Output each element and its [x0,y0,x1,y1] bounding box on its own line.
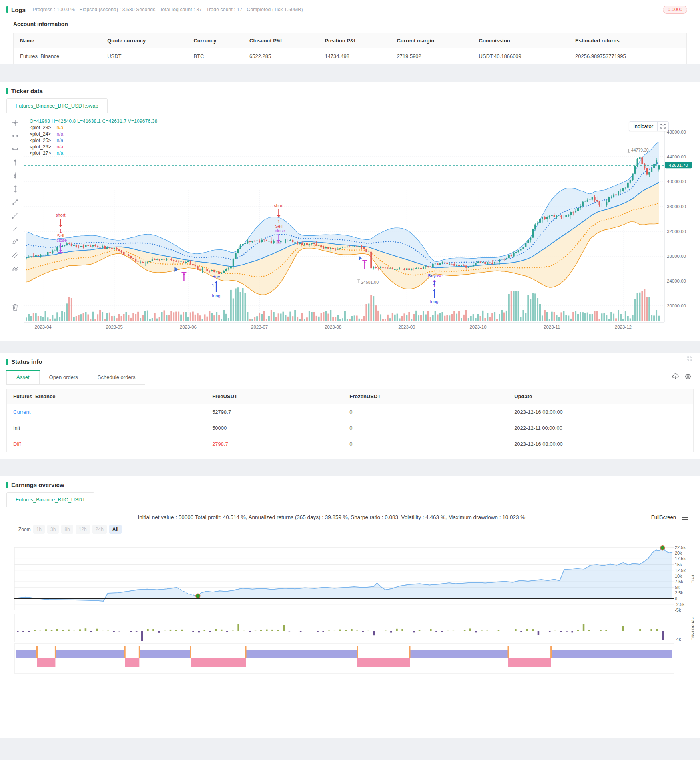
dot-line-icon[interactable] [11,132,20,140]
ohlc-values: O=41968 H=42640.8 L=41638.1 C=42631.7 V=… [30,118,158,124]
table-cell[interactable]: Current [7,404,206,420]
account-information-table: NameQuote currencyCurrencyCloseout P&LPo… [13,33,687,64]
vertical-line-icon[interactable] [11,158,20,166]
table-cell: 20256.989753771995 [569,48,686,64]
svg-text:2023-09: 2023-09 [398,325,415,329]
table-cell: Diff [7,436,206,452]
table-cell: 2022-12-11 00:00:00 [508,420,693,436]
svg-text:short: short [56,213,65,217]
log-count-badge[interactable]: 0.0000 [663,6,687,14]
zoom-option-3h[interactable]: 3h [47,525,59,534]
account-information-title: Account information [0,14,700,27]
indicator-button-label[interactable]: Indicator [629,122,657,131]
table-cell: USDT:40.1866009 [473,48,569,64]
svg-text:close: close [56,238,67,243]
svg-text:1: 1 [277,219,280,224]
svg-text:close: close [275,228,285,233]
trend-line-icon[interactable] [11,198,20,206]
short-line-icon[interactable] [11,225,20,233]
table-cell: 14734.498 [318,48,390,64]
plot-legend-row: <plot_25>n/a [30,137,158,144]
svg-text:12.5k: 12.5k [675,568,686,573]
ticker-chart[interactable]: 48000.0044000.0040000.0036000.0032000.00… [6,116,694,335]
svg-text:1: 1 [59,229,62,233]
pattern-icon[interactable] [11,264,20,272]
column-header: Commission [473,33,569,48]
earnings-symbol-tab[interactable]: Futures_Binance_BTC_USDT [6,492,94,507]
plot-legend-row: <plot_26>n/a [30,144,158,150]
earnings-chart[interactable]: 22.5k20k17.5k15k12.5k10k7.5k5k2.5k0-2.5k… [6,535,694,736]
svg-text:2023-05: 2023-05 [106,325,123,329]
ray-line-icon[interactable] [11,145,20,153]
zoom-option-12h[interactable]: 12h [76,525,90,534]
parallel-channel-icon[interactable] [11,251,20,259]
svg-text:0: 0 [675,596,677,601]
status-tab-schedule-orders[interactable]: Schedule orders [88,370,146,385]
svg-text:5k: 5k [675,585,680,590]
column-header: Current margin [390,33,472,48]
table-row: Futures_BinanceUSDTBTC6522.28514734.4982… [14,48,687,64]
angle-line-icon[interactable] [11,211,20,219]
svg-text:-5k: -5k [675,608,681,612]
plot-legend-row: <plot_23>n/a [30,124,158,131]
section-accent-bar [6,88,8,94]
table-cell: 6522.285 [243,48,318,64]
asset-table: Futures_BinanceFreeUSDTFrozenUSDTUpdateC… [6,389,694,452]
svg-text:17.5k: 17.5k [675,556,686,561]
svg-text:20000.00: 20000.00 [667,303,686,308]
numbers-icon[interactable] [11,238,20,246]
table-cell: Init [7,420,206,436]
table-header-row: Futures_BinanceFreeUSDTFrozenUSDTUpdate [7,389,694,404]
earnings-overview-title: Earnings overview [11,481,64,488]
table-cell: Futures_Binance [14,48,101,64]
download-icon[interactable] [672,373,679,381]
table-cell: 52798.7 [206,404,343,420]
svg-text:20k: 20k [675,551,682,555]
svg-text:28000.00: 28000.00 [667,254,686,259]
ticker-data-section: Ticker data Futures_Binance_BTC_USDT:swa… [0,82,700,341]
indicator-expand-icon[interactable] [658,122,668,130]
section-accent-bar [6,6,8,13]
trash-icon[interactable] [11,303,20,311]
ticker-symbol-tab[interactable]: Futures_Binance_BTC_USDT:swap [6,98,108,113]
plot-legend-row: <plot_24>n/a [30,131,158,137]
earnings-overview-section: Earnings overview Futures_Binance_BTC_US… [0,476,700,738]
svg-text:15k: 15k [675,562,682,567]
table-cell: BTC [187,48,243,64]
table-cell: 2798.7 [206,436,343,452]
collapse-icon[interactable] [687,356,693,363]
zoom-option-all[interactable]: All [109,525,122,534]
earnings-chart-canvas[interactable]: 22.5k20k17.5k15k12.5k10k7.5k5k2.5k0-2.5k… [6,535,694,736]
svg-text:2023-06: 2023-06 [180,325,197,329]
svg-text:1: 1 [433,281,435,285]
crosshair-icon[interactable] [11,119,20,127]
status-tab-asset[interactable]: Asset [6,370,40,385]
svg-text:2023-04: 2023-04 [34,325,52,329]
column-header: Quote currency [101,33,187,48]
extended-line-icon[interactable] [11,172,20,180]
gear-icon[interactable] [685,373,691,381]
section-accent-bar [6,482,8,488]
svg-text:1: 1 [212,283,214,288]
price-range-icon[interactable] [11,185,20,193]
svg-text:42631.70: 42631.70 [669,163,688,168]
column-header: Currency [187,33,243,48]
zoom-option-24h[interactable]: 24h [92,525,107,534]
column-header: Futures_Binance [7,389,206,404]
indicator-button[interactable]: Indicator [629,121,669,131]
status-tab-open-orders[interactable]: Open orders [40,370,88,385]
fullscreen-button[interactable]: FullScreen [651,514,676,520]
svg-text:long: long [212,293,221,298]
svg-text:48000.00: 48000.00 [667,130,686,134]
zoom-label: Zoom [18,527,31,532]
status-info-section: Status info AssetOpen ordersSchedule ord… [0,353,700,459]
earnings-summary-stats: Initial net value : 50000 Total profit: … [12,514,651,520]
svg-text:32000.00: 32000.00 [667,229,686,234]
svg-text:10k: 10k [675,574,682,578]
svg-text:7.5k: 7.5k [675,579,683,584]
zoom-option-1h[interactable]: 1h [33,525,45,534]
svg-text:22.5k: 22.5k [675,545,686,550]
svg-text:2023-08: 2023-08 [325,325,341,329]
zoom-option-8h[interactable]: 8h [61,525,73,534]
chart-menu-icon[interactable] [682,515,688,520]
